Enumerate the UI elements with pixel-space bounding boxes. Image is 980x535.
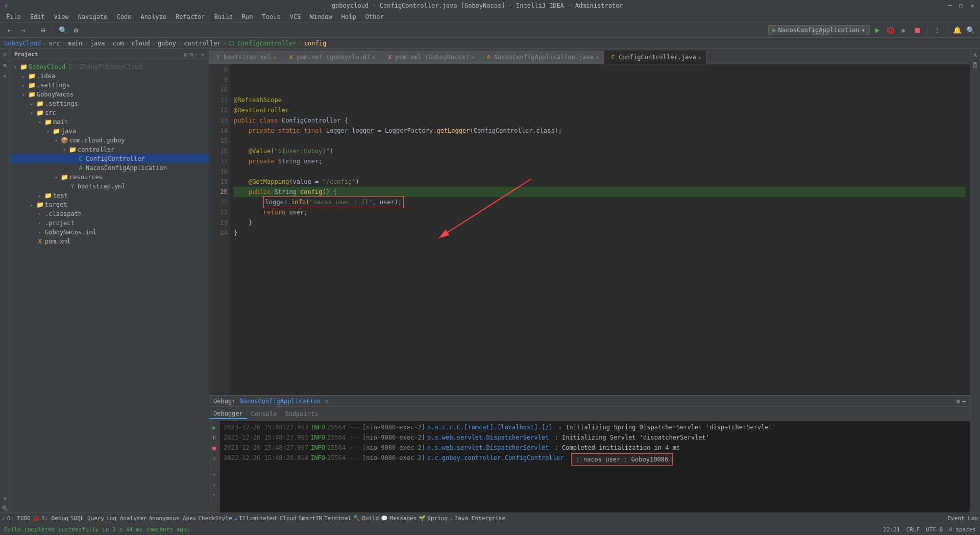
run-button[interactable]: ▶ bbox=[872, 25, 883, 36]
maximize-button[interactable]: □ bbox=[958, 2, 965, 9]
project-close-btn[interactable]: — bbox=[195, 51, 199, 58]
debug-settings-btn[interactable]: ⚙ bbox=[957, 398, 960, 405]
settings-btn[interactable]: ⚙ bbox=[70, 25, 82, 36]
tree-resources[interactable]: ▾ 📁 resources bbox=[10, 173, 209, 182]
pause-btn[interactable]: ⏸ bbox=[210, 433, 218, 442]
debug-button[interactable]: 🐞 bbox=[885, 25, 896, 36]
menu-help[interactable]: Help bbox=[337, 12, 360, 21]
debug-step-over[interactable]: ↷ bbox=[210, 470, 218, 478]
tree-java[interactable]: ▾ 📁 java bbox=[10, 127, 209, 136]
debug-tab-endpoints[interactable]: Endpoints bbox=[281, 409, 322, 419]
tree-pom-xml[interactable]: X pom.xml bbox=[10, 237, 209, 246]
favorites-icon[interactable]: ★ bbox=[1, 71, 9, 80]
soql-icon[interactable]: SOQL Query bbox=[70, 515, 104, 522]
breadcrumb-java[interactable]: java bbox=[90, 40, 105, 47]
tree-target[interactable]: ▸ 📁 target bbox=[10, 200, 209, 209]
terminal-icon[interactable]: Terminal bbox=[324, 515, 351, 522]
menu-run[interactable]: Run bbox=[238, 12, 257, 21]
menu-tools[interactable]: Tools bbox=[258, 12, 285, 21]
breadcrumb-config-method[interactable]: config bbox=[304, 40, 326, 47]
breadcrumb-goboycloud[interactable]: GoboyCloud bbox=[4, 40, 41, 47]
debug-step-out[interactable]: ↑ bbox=[210, 491, 218, 499]
todo-icon[interactable]: ✓ 6: TODO bbox=[2, 515, 31, 522]
menu-window[interactable]: Window bbox=[306, 12, 336, 21]
database-icon[interactable]: 🗄 bbox=[971, 61, 979, 69]
menu-edit[interactable]: Edit bbox=[26, 12, 49, 21]
log-analyzer-icon[interactable]: Log Analyzer bbox=[106, 515, 146, 522]
tree-root[interactable]: ▾ 📁 GoboyCloud E:\ZhangT\GoboyCloud bbox=[10, 62, 209, 71]
breadcrumb-controller[interactable]: controller bbox=[184, 40, 220, 47]
tab-pom-goboycloud[interactable]: X pom.xml (goboycloud) ✕ bbox=[282, 51, 381, 64]
breadcrumb-main[interactable]: main bbox=[67, 40, 82, 47]
menu-vcs[interactable]: VCS bbox=[286, 12, 305, 21]
tree-settings[interactable]: ▸ 📁 .settings bbox=[10, 81, 209, 90]
menu-code[interactable]: Code bbox=[113, 12, 136, 21]
debug-tab-console[interactable]: Console bbox=[247, 409, 281, 419]
notification-btn[interactable]: 🔔 bbox=[951, 25, 963, 36]
debug-status-icon[interactable]: 🐞 5: Debug bbox=[33, 515, 68, 522]
project-settings-btn[interactable]: ⚙ bbox=[184, 51, 187, 58]
tab-nacosconfig-app[interactable]: A NacosConfigApplication.java ✕ bbox=[480, 51, 604, 64]
tree-classpath[interactable]: · .classpath bbox=[10, 209, 209, 218]
line-separator[interactable]: CRLF bbox=[906, 526, 920, 533]
tab-pom-goboynacos[interactable]: X pom.xml (GoboyNacos) ✕ bbox=[381, 51, 480, 64]
java-enterprise-icon[interactable]: ☕ Java Enterprise bbox=[450, 515, 505, 522]
tree-controller-folder[interactable]: ▾ 📁 controller bbox=[10, 145, 209, 154]
breadcrumb-goboy[interactable]: goboy bbox=[158, 40, 176, 47]
tab-bootstrap-close[interactable]: ✕ bbox=[274, 55, 277, 60]
smartim-icon[interactable]: SmartIM bbox=[299, 515, 322, 522]
encoding[interactable]: UTF-8 bbox=[926, 526, 943, 533]
project-pin-btn[interactable]: ✕ bbox=[201, 51, 205, 58]
breadcrumb-com[interactable]: com bbox=[113, 40, 124, 47]
event-log-icon[interactable]: Event Log bbox=[947, 515, 978, 522]
recent-files-btn[interactable]: ⊟ bbox=[37, 25, 48, 36]
breadcrumb-cloud[interactable]: cloud bbox=[132, 40, 150, 47]
run-with-coverage-btn[interactable]: ▶ bbox=[898, 25, 910, 36]
menu-analyze[interactable]: Analyze bbox=[136, 12, 170, 21]
breadcrumb-configcontroller[interactable]: ⬡ ConfigController bbox=[229, 40, 297, 47]
tree-src[interactable]: ▾ 📁 src bbox=[10, 108, 209, 117]
tree-nacos-settings[interactable]: ▸ 📁 .settings bbox=[10, 99, 209, 108]
debug-tab-close[interactable]: ✕ bbox=[325, 398, 328, 405]
build-icon[interactable]: 🔨 Build bbox=[353, 515, 379, 522]
tree-package[interactable]: ▾ 📦 com.cloud.goboy bbox=[10, 136, 209, 145]
menu-navigate[interactable]: Navigate bbox=[74, 12, 112, 21]
tree-bootstrap-yml[interactable]: Y bootstrap.yml bbox=[10, 182, 209, 191]
project-expand-btn[interactable]: ⊞ bbox=[189, 51, 193, 58]
tree-nacosconfigapp[interactable]: A NacosConfigApplication bbox=[10, 163, 209, 173]
tree-configcontroller[interactable]: C ConfigController bbox=[10, 154, 209, 163]
code-content[interactable]: @RefreshScope @RestController public cla… bbox=[230, 64, 970, 395]
messages-icon[interactable]: 💬 Messages bbox=[381, 515, 416, 522]
minimize-button[interactable]: ─ bbox=[946, 2, 953, 9]
ant-icon[interactable]: A bbox=[971, 51, 979, 59]
anonymous-apex-icon[interactable]: Anonymous Apex bbox=[149, 515, 197, 522]
tab-pom2-close[interactable]: ✕ bbox=[471, 55, 474, 60]
tab-pom1-close[interactable]: ✕ bbox=[372, 55, 375, 60]
spring-icon[interactable]: 🌱 Spring bbox=[419, 515, 448, 522]
structure-icon[interactable]: ≡ bbox=[1, 61, 9, 69]
tab-nacos-close[interactable]: ✕ bbox=[596, 55, 599, 60]
search-everywhere-btn[interactable]: 🔍 bbox=[57, 25, 68, 36]
menu-view[interactable]: View bbox=[50, 12, 73, 21]
debug-console-content[interactable]: 2023-12-26 15:48:27.993 INFO 25564 --- [… bbox=[219, 421, 970, 513]
menu-refactor[interactable]: Refactor bbox=[172, 12, 209, 21]
tree-project[interactable]: · .project bbox=[10, 218, 209, 228]
tree-test[interactable]: ▸ 📁 test bbox=[10, 191, 209, 200]
toolbar-back-btn[interactable]: ← bbox=[4, 25, 15, 36]
tree-idea[interactable]: ▸ 📁 .idea bbox=[10, 71, 209, 81]
tree-goboynacos-iml[interactable]: · GoboyNacos.iml bbox=[10, 228, 209, 237]
toolbar-more-btn[interactable]: ⋮ bbox=[932, 25, 943, 36]
indent-setting[interactable]: 4 spaces bbox=[949, 526, 976, 533]
checkstyle-icon[interactable]: CheckStyle bbox=[198, 515, 232, 522]
tab-config-close[interactable]: ✕ bbox=[698, 55, 701, 60]
stop-debug-btn[interactable]: ■ bbox=[210, 444, 218, 452]
settings-side-icon[interactable]: ⚙ bbox=[1, 494, 9, 502]
tree-main[interactable]: ▾ 📁 main bbox=[10, 117, 209, 127]
breadcrumb-src[interactable]: src bbox=[48, 40, 60, 47]
menu-build[interactable]: Build bbox=[210, 12, 237, 21]
illuminated-cloud-icon[interactable]: ☁ Illuminated Cloud bbox=[234, 515, 297, 522]
resume-btn[interactable]: ▶ bbox=[210, 423, 218, 431]
cursor-position[interactable]: 22:21 bbox=[883, 526, 900, 533]
toolbar-forward-btn[interactable]: → bbox=[17, 25, 29, 36]
debug-minimize-btn[interactable]: — bbox=[962, 398, 966, 405]
